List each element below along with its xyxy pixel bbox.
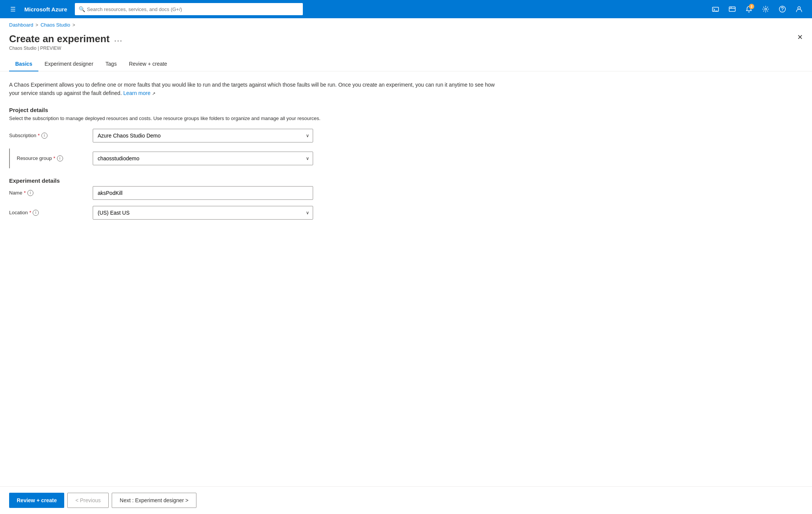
location-select[interactable]: (US) East US <box>93 206 313 220</box>
name-label: Name * i <box>9 190 93 196</box>
name-info-icon[interactable]: i <box>27 190 33 196</box>
review-create-button[interactable]: Review + create <box>9 493 64 508</box>
notifications-icon[interactable]: 2 <box>742 2 756 16</box>
resource-group-select[interactable]: chaosstudiodemo <box>93 152 313 165</box>
location-info-icon[interactable]: i <box>33 210 39 216</box>
cloud-shell-icon[interactable] <box>709 2 722 16</box>
search-icon: 🔍 <box>79 6 85 12</box>
svg-rect-2 <box>729 7 735 11</box>
name-control <box>93 186 351 200</box>
tab-tags[interactable]: Tags <box>100 57 123 71</box>
svg-point-7 <box>782 11 783 11</box>
resource-group-label: Resource group * i <box>9 149 93 168</box>
subscription-row: Subscription * i Azure Chaos Studio Demo… <box>9 129 351 142</box>
experiment-name-row: Name * i <box>9 186 351 200</box>
hamburger-icon[interactable]: ☰ <box>6 2 20 16</box>
tab-experiment-designer[interactable]: Experiment designer <box>38 57 99 71</box>
page-options-button[interactable]: ... <box>114 35 123 43</box>
footer: Review + create < Previous Next : Experi… <box>0 486 812 514</box>
settings-icon[interactable] <box>759 2 772 16</box>
previous-button[interactable]: < Previous <box>67 493 109 508</box>
help-icon[interactable] <box>776 2 789 16</box>
location-control: (US) East US ∨ <box>93 206 351 220</box>
close-button[interactable]: ✕ <box>797 33 803 41</box>
subscription-select[interactable]: Azure Chaos Studio Demo <box>93 129 313 142</box>
project-details-title: Project details <box>9 107 803 113</box>
subscription-control: Azure Chaos Studio Demo ∨ <box>93 129 351 142</box>
breadcrumb-sep-1: > <box>36 22 38 28</box>
resource-group-info-icon[interactable]: i <box>57 155 63 161</box>
project-details-subtitle: Select the subscription to manage deploy… <box>9 115 803 121</box>
learn-more-link[interactable]: Learn more <box>123 90 150 96</box>
breadcrumb-sep-2: > <box>73 22 75 28</box>
resource-group-row: Resource group * i chaosstudiodemo ∨ <box>9 149 351 168</box>
location-row: Location * i (US) East US ∨ <box>9 206 351 220</box>
breadcrumb-dashboard[interactable]: Dashboard <box>9 22 33 28</box>
notification-badge: 2 <box>749 4 754 9</box>
subscription-required: * <box>38 133 40 138</box>
svg-point-5 <box>765 8 767 10</box>
search-bar: 🔍 <box>75 3 303 15</box>
external-link-icon: ↗ <box>152 91 155 96</box>
hamburger-lines: ☰ <box>10 6 16 13</box>
tab-basics[interactable]: Basics <box>9 57 38 71</box>
name-required: * <box>24 190 26 196</box>
tab-bar: Basics Experiment designer Tags Review +… <box>0 57 812 71</box>
brand-name: Microsoft Azure <box>24 6 67 13</box>
name-input[interactable] <box>93 186 313 200</box>
experiment-details-title: Experiment details <box>9 177 803 184</box>
location-label: Location * i <box>9 210 93 216</box>
directory-icon[interactable] <box>725 2 739 16</box>
resource-group-required: * <box>54 155 55 161</box>
resource-group-control: chaosstudiodemo ∨ <box>93 152 351 165</box>
user-account-icon[interactable] <box>792 2 806 16</box>
location-required: * <box>29 210 31 215</box>
page-title: Create an experiment <box>9 33 109 45</box>
bracket-line <box>9 149 10 168</box>
breadcrumb: Dashboard > Chaos Studio > <box>0 18 812 32</box>
next-button[interactable]: Next : Experiment designer > <box>112 493 196 508</box>
search-input[interactable] <box>75 3 303 15</box>
subscription-info-icon[interactable]: i <box>41 133 47 139</box>
tab-review-create[interactable]: Review + create <box>123 57 173 71</box>
subscription-label: Subscription * i <box>9 133 93 139</box>
breadcrumb-chaos-studio[interactable]: Chaos Studio <box>41 22 70 28</box>
page-subtitle: Chaos Studio | PREVIEW <box>9 46 803 51</box>
description-text: A Chaos Experiment allows you to define … <box>9 81 503 98</box>
